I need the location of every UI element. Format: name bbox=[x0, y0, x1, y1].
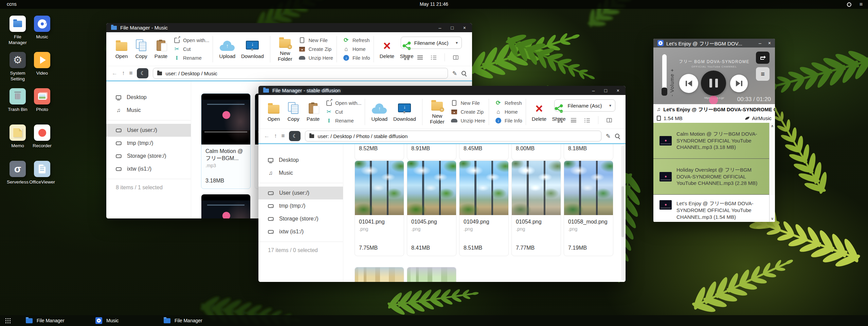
edit-path-icon[interactable]: ✎ bbox=[452, 70, 457, 77]
title-bar[interactable]: Let’s Enjoy @ フリーBGM DOV... – × bbox=[653, 39, 775, 47]
list-view-icon[interactable] bbox=[571, 118, 576, 122]
home-button[interactable]: ⌂Home bbox=[495, 109, 522, 115]
clock[interactable]: May 11 21:46 bbox=[420, 1, 448, 7]
desktop-icon-memo[interactable]: Memo bbox=[5, 124, 30, 161]
file-tile-partial[interactable] bbox=[407, 267, 456, 282]
file-tile-partial[interactable]: 8.00MB bbox=[511, 144, 561, 160]
content-scrollbar[interactable] bbox=[621, 146, 625, 281]
sidebar-item-music[interactable]: ♫Music bbox=[106, 104, 191, 117]
paste-button[interactable]: Paste bbox=[303, 102, 323, 122]
dark-mode-button[interactable]: ☾ bbox=[289, 131, 301, 141]
sidebar-item-desktop[interactable]: Desktop bbox=[106, 91, 191, 104]
menu-icon[interactable]: ≡ bbox=[282, 133, 285, 139]
file-tile-partial[interactable]: 8.91MB bbox=[407, 144, 456, 160]
desktop-icon-photo[interactable]: Photo bbox=[30, 88, 54, 124]
close-button[interactable]: × bbox=[768, 40, 771, 46]
rename-button[interactable]: IRename bbox=[174, 55, 209, 61]
unzip-here-button[interactable]: Unzip Here bbox=[451, 117, 485, 124]
search-icon[interactable] bbox=[462, 71, 467, 76]
desktop-icon-officeviewer[interactable]: OfficeViewer bbox=[30, 161, 54, 197]
playlist-menu-button[interactable]: ≡ bbox=[756, 67, 770, 81]
status-circle-icon[interactable] bbox=[847, 2, 851, 7]
desktop-icon-video[interactable]: Video bbox=[30, 52, 54, 88]
sidebar-item-ixtw-drive[interactable]: ixtw (is1:/) bbox=[106, 162, 191, 175]
file-tile-partial[interactable] bbox=[355, 267, 404, 282]
sidebar-item-storage-drive[interactable]: Storage (store:/) bbox=[258, 212, 343, 225]
refresh-button[interactable]: ⟳Refresh bbox=[495, 100, 522, 107]
sidebar-item-desktop[interactable]: Desktop bbox=[258, 154, 343, 167]
file-tile-partial[interactable] bbox=[201, 194, 251, 218]
sidebar-item-ixtw-drive[interactable]: ixtw (is1:/) bbox=[258, 225, 343, 238]
desktop-icon-music[interactable]: ♪Music bbox=[30, 16, 54, 52]
playlist-scrollbar[interactable]: ∧ ∨ bbox=[769, 123, 775, 222]
detail-view-icon[interactable] bbox=[431, 55, 436, 60]
list-view-icon[interactable] bbox=[417, 55, 423, 60]
playlist-item-holiday-overslept[interactable]: Holiday Overslept @ フリーBGM DOVA-SYNDROME… bbox=[653, 159, 775, 195]
airmusic-badge[interactable]: AirMusic bbox=[745, 115, 772, 121]
unzip-here-button[interactable]: Unzip Here bbox=[299, 55, 333, 61]
file-tile-01041[interactable]: 01041.png .png 7.75MB bbox=[355, 160, 404, 256]
path-input[interactable]: user: / Desktop / Photo / stable diffusi… bbox=[305, 131, 601, 141]
system-menu-icon[interactable]: ≡ bbox=[860, 2, 863, 7]
taskbar-item-file-manager-1[interactable]: File Manager bbox=[26, 315, 65, 326]
desktop-icon-trash-bin[interactable]: Trash Bin bbox=[5, 88, 30, 124]
new-folder-button[interactable]: +New Folder bbox=[426, 99, 448, 125]
file-tile-calm-motion[interactable]: Calm Motion @ フリーBGM... .mp3 3.18MB bbox=[201, 93, 251, 189]
minimize-button[interactable]: – bbox=[592, 88, 595, 93]
previous-track-button[interactable] bbox=[679, 74, 698, 93]
cut-button[interactable]: ✂Cut bbox=[174, 46, 209, 53]
file-tile-01058-mod[interactable]: 01058_mod.png .png 7.19MB bbox=[564, 160, 613, 256]
upload-button[interactable]: ↑Upload bbox=[368, 102, 390, 122]
file-tile-partial[interactable]: 8.45MB bbox=[459, 144, 509, 160]
up-button[interactable]: ↑ bbox=[122, 70, 125, 77]
title-bar[interactable]: File Manager - stable diffusion bbox=[258, 86, 626, 95]
minimize-button[interactable]: – bbox=[439, 25, 441, 30]
new-folder-button[interactable]: +New Folder bbox=[274, 36, 296, 62]
app-launcher-grid-icon[interactable] bbox=[5, 318, 11, 323]
close-button[interactable]: × bbox=[463, 25, 466, 30]
open-button[interactable]: Open bbox=[264, 102, 284, 122]
file-tile-01049[interactable]: 01049.png .png 8.51MB bbox=[459, 160, 509, 256]
create-zip-button[interactable]: Create Zip bbox=[299, 46, 333, 53]
file-info-button[interactable]: iFile Info bbox=[343, 55, 370, 61]
refresh-button[interactable]: ⟳Refresh bbox=[343, 37, 370, 44]
back-button[interactable]: ← bbox=[264, 133, 270, 139]
detail-view-icon[interactable] bbox=[584, 118, 590, 122]
pause-button[interactable] bbox=[701, 71, 726, 96]
search-icon[interactable] bbox=[615, 134, 620, 139]
cut-button[interactable]: ✂Cut bbox=[326, 109, 361, 115]
delete-button[interactable]: ×Delete bbox=[529, 102, 549, 122]
title-bar[interactable]: File Manager - Music bbox=[106, 23, 472, 32]
sidebar-item-tmp-drive[interactable]: tmp (tmp:/) bbox=[258, 199, 343, 212]
menu-icon[interactable]: ≡ bbox=[129, 70, 133, 77]
scroll-up-icon[interactable]: ∧ bbox=[771, 124, 774, 128]
download-button[interactable]: ↓Download bbox=[238, 39, 267, 59]
taskbar-item-music[interactable]: Music bbox=[95, 315, 119, 326]
sidebar-item-storage-drive[interactable]: Storage (store:/) bbox=[106, 150, 191, 162]
desktop-icon-serverless[interactable]: σServerless bbox=[5, 161, 30, 197]
file-tile-01045[interactable]: 01045.png .png 8.41MB bbox=[407, 160, 456, 256]
sort-dropdown[interactable]: Filename (Asc)▾ bbox=[554, 99, 615, 112]
repeat-button[interactable] bbox=[756, 52, 770, 64]
close-button[interactable]: × bbox=[617, 88, 619, 93]
volume-slider-thumb[interactable] bbox=[662, 88, 667, 96]
delete-button[interactable]: ×Delete bbox=[377, 39, 397, 59]
file-tile-partial[interactable]: 8.52MB bbox=[355, 144, 404, 160]
next-track-button[interactable] bbox=[730, 75, 748, 92]
desktop-icon-recorder[interactable]: Recorder bbox=[30, 124, 54, 161]
sidebar-item-user-drive[interactable]: User (user:/) bbox=[106, 124, 191, 137]
grid-view-icon[interactable] bbox=[558, 118, 563, 123]
copy-button[interactable]: Copy bbox=[131, 39, 151, 59]
up-button[interactable]: ↑ bbox=[274, 133, 277, 139]
maximize-button[interactable]: □ bbox=[451, 25, 453, 30]
path-input[interactable]: user: / Desktop / Music bbox=[153, 68, 448, 79]
grid-view-icon[interactable] bbox=[404, 55, 409, 60]
download-button[interactable]: ↓Download bbox=[390, 102, 419, 122]
create-zip-button[interactable]: Create Zip bbox=[451, 109, 485, 115]
open-button[interactable]: Open bbox=[112, 39, 131, 59]
new-file-button[interactable]: New File bbox=[299, 37, 333, 44]
copy-button[interactable]: Copy bbox=[284, 102, 303, 122]
scroll-down-icon[interactable]: ∨ bbox=[771, 216, 774, 221]
new-file-button[interactable]: New File bbox=[451, 100, 485, 107]
file-tile-01054[interactable]: 01054.png .png 7.77MB bbox=[511, 160, 561, 256]
